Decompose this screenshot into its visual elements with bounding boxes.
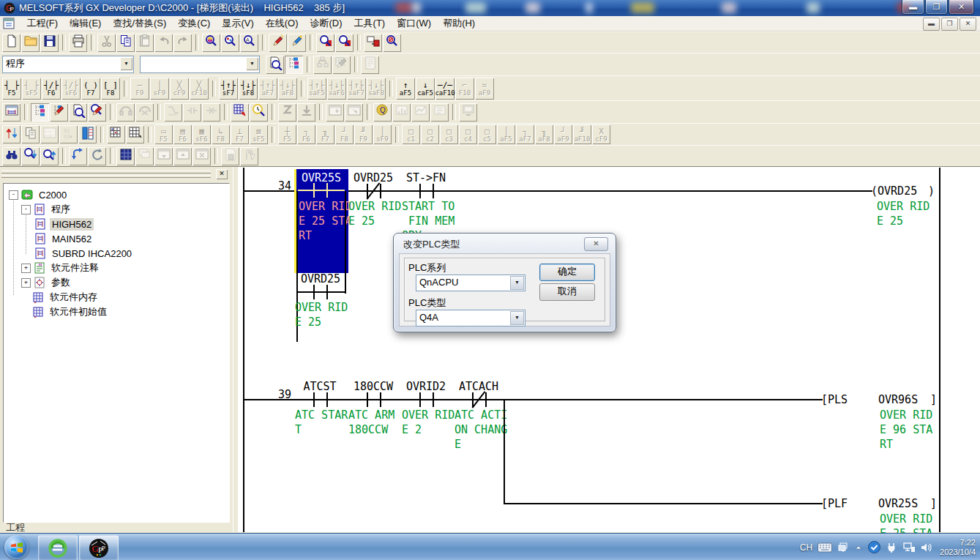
- contact-bar[interactable]: [433, 392, 434, 407]
- contact-bar[interactable]: [313, 285, 315, 299]
- ime-toolbar-icon[interactable]: [837, 542, 849, 553]
- pls-operand: OVR96S: [878, 393, 918, 406]
- plc-series-value: QnACPU: [416, 275, 525, 289]
- contact-bar[interactable]: [419, 184, 421, 198]
- step-number-39: 39: [265, 388, 291, 401]
- plc-series-combobox[interactable]: QnACPU ▼: [416, 275, 525, 291]
- clock-time: 7:22: [940, 538, 976, 548]
- system-tray: CH: [800, 534, 980, 560]
- plc-type-label: PLC类型: [408, 296, 446, 310]
- gx-developer-taskbar-button[interactable]: G P P: [79, 535, 119, 560]
- taskbar-clock[interactable]: 7:22 2023/10/4: [937, 538, 976, 557]
- show-hidden-icons-chevron[interactable]: [854, 545, 863, 550]
- branch-wire: [504, 400, 505, 504]
- step-number-34: 34: [265, 179, 291, 193]
- power-plug-icon[interactable]: [886, 542, 897, 553]
- plc-type-combobox[interactable]: Q4A ▼: [416, 310, 525, 326]
- wire: [298, 190, 345, 191]
- contact-bar[interactable]: [313, 392, 315, 407]
- chevron-down-icon[interactable]: ▼: [510, 276, 524, 290]
- contact-bar[interactable]: [326, 285, 328, 299]
- device-comment: OVER RID E 25: [295, 300, 348, 329]
- contact-label: ATCST: [293, 380, 346, 393]
- browser-icon: [48, 539, 67, 558]
- contact-bar[interactable]: [485, 392, 487, 407]
- contact-label: OVRD25: [294, 272, 347, 285]
- taskbar: G P P CH: [0, 533, 980, 560]
- device-comment: OVER RID E 96 STA RT: [880, 408, 932, 452]
- svg-text:P: P: [102, 545, 105, 552]
- wire: [297, 291, 345, 293]
- coil-close-paren: ): [928, 184, 935, 198]
- device-comment: ATC ACTI ON CHANG E: [455, 408, 507, 452]
- left-power-rail: [243, 168, 244, 532]
- gx-developer-screen: G P MELSOFT系列 GX Developer D:\C2000 - [梯…: [0, 0, 980, 560]
- device-comment: ATC ARM 180CCW: [348, 408, 394, 437]
- speaker-icon[interactable]: [921, 542, 932, 553]
- device-comment: OVER RID E 2: [402, 408, 455, 437]
- wire: [244, 399, 823, 400]
- chevron-down-icon[interactable]: ▼: [510, 311, 524, 325]
- contact-bar[interactable]: [419, 392, 421, 407]
- contact-label: OVR25S: [296, 171, 346, 184]
- right-power-rail: [939, 168, 940, 532]
- change-plc-type-dialog: 改变PLC类型 ✕ PLC系列 QnACPU ▼ PLC类型 Q4A ▼ 确定 …: [393, 233, 616, 332]
- contact-bar: [313, 183, 315, 198]
- ok-button[interactable]: 确定: [539, 264, 595, 281]
- device-comment: OVER RID E 25: [877, 199, 929, 228]
- clock-date: 2023/10/4: [940, 548, 976, 557]
- windows-logo-icon: [10, 541, 23, 554]
- network-icon[interactable]: [902, 542, 916, 553]
- contact-bar[interactable]: [367, 392, 368, 407]
- pls-close-bracket: ]: [930, 393, 937, 406]
- start-button[interactable]: [4, 535, 29, 559]
- dialog-client-area: PLC系列 QnACPU ▼ PLC类型 Q4A ▼ 确定 取消: [399, 253, 610, 326]
- gx-developer-icon: G P P: [89, 538, 109, 559]
- contact-bar[interactable]: [380, 392, 381, 407]
- selected-cell-ovr25s[interactable]: OVR25S OVER RID E 25 STA RT: [294, 169, 348, 273]
- security-shield-icon[interactable]: [868, 541, 880, 553]
- plc-type-value: Q4A: [416, 310, 525, 324]
- plf-operand: OVR25S: [878, 497, 918, 510]
- plf-instruction[interactable]: [PLF: [821, 497, 848, 510]
- device-comment: OVER RID E 25: [348, 199, 401, 228]
- coil-ovrd25[interactable]: (OVRD25: [871, 184, 917, 198]
- plc-series-label: PLC系列: [408, 261, 446, 275]
- contact-bar[interactable]: [380, 184, 381, 198]
- wire: [504, 503, 823, 504]
- device-comment: OVER RID E 25 STA RT: [299, 199, 351, 243]
- dialog-title: 改变PLC类型: [403, 238, 460, 251]
- contact-label: ST->FN: [400, 171, 452, 184]
- contact-bar[interactable]: [433, 184, 434, 198]
- contact-label: OVRID2: [400, 380, 452, 393]
- cancel-button[interactable]: 取消: [539, 283, 595, 301]
- device-comment: ATC STAR T: [295, 408, 348, 437]
- dialog-close-button[interactable]: ✕: [584, 237, 608, 251]
- contact-label: 180CCW: [347, 380, 400, 393]
- pls-instruction[interactable]: [PLS: [821, 393, 848, 406]
- plf-close-bracket: ]: [930, 497, 937, 510]
- contact-label: OVRD25: [347, 171, 400, 184]
- contact-bar[interactable]: [326, 392, 328, 407]
- keyboard-icon[interactable]: [818, 542, 832, 553]
- contact-label: ATCACH: [452, 380, 505, 393]
- input-language-indicator[interactable]: CH: [800, 542, 812, 553]
- browser-taskbar-button[interactable]: [38, 535, 78, 560]
- contact-bar: [326, 183, 328, 198]
